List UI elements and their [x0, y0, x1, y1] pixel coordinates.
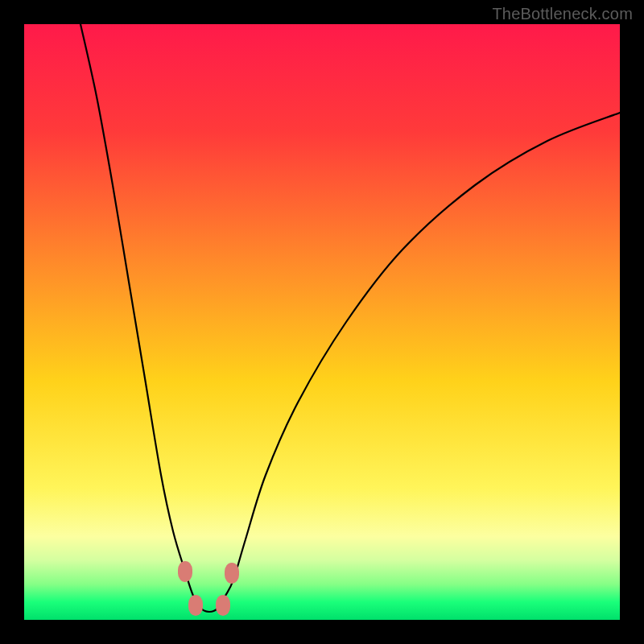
marker-right-lower — [216, 595, 230, 616]
curve-path — [80, 24, 620, 612]
watermark-text: TheBottleneck.com — [492, 5, 633, 23]
outer-frame: TheBottleneck.com — [0, 0, 644, 644]
marker-right-upper — [225, 563, 239, 584]
plot-area — [24, 24, 620, 620]
bottleneck-curve — [24, 24, 620, 620]
marker-left-lower — [188, 595, 203, 616]
marker-left-upper — [178, 561, 192, 582]
